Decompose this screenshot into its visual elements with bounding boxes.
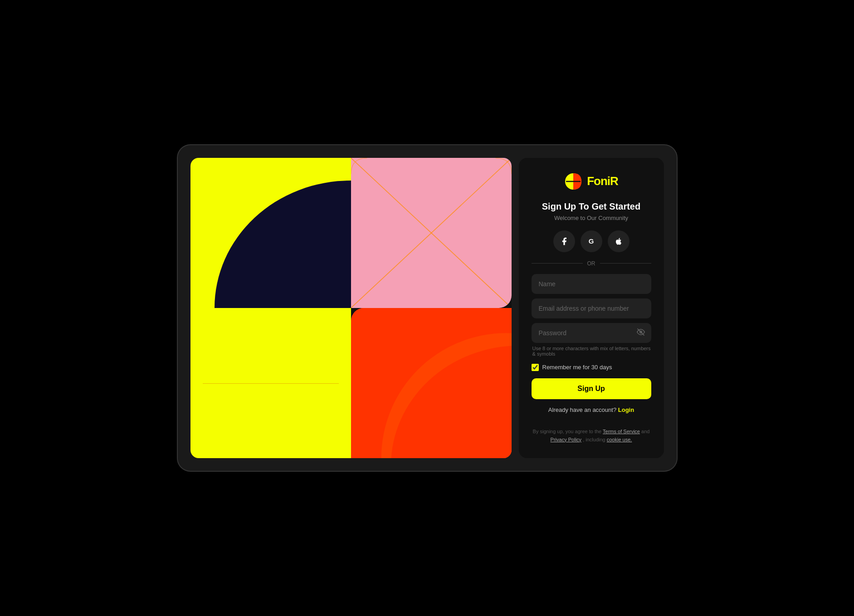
google-button[interactable]: G — [581, 230, 602, 252]
remember-me-label[interactable]: Remember me for 30 days — [542, 364, 612, 371]
divider-line-left — [532, 263, 583, 264]
password-input[interactable] — [532, 323, 651, 343]
or-divider: OR — [532, 260, 651, 267]
email-input[interactable] — [532, 298, 651, 318]
terms-text-2: and — [641, 429, 649, 434]
remember-me-row: Remember me for 30 days — [532, 364, 651, 371]
login-link[interactable]: Login — [618, 406, 634, 413]
signup-button[interactable]: Sign Up — [532, 378, 651, 399]
or-text: OR — [587, 260, 595, 267]
art-cell-bottom-right — [351, 308, 512, 458]
svg-rect-3 — [356, 308, 506, 458]
logo-text: FoniR — [587, 174, 618, 188]
social-buttons-row: G — [553, 230, 630, 252]
privacy-policy-link[interactable]: Privacy Policy — [551, 437, 581, 442]
login-prompt-text: Already have an account? — [548, 406, 616, 413]
password-hint: Use 8 or more characters with mix of let… — [532, 346, 651, 357]
terms-text-1: By signing up, you agree to the — [533, 429, 603, 434]
art-cell-top-left — [190, 158, 351, 308]
logo-area: FoniR — [564, 172, 618, 191]
google-icon-letter: G — [589, 237, 594, 245]
terms-of-service-link[interactable]: Terms of Service — [603, 429, 640, 434]
password-wrapper — [532, 323, 651, 343]
form-fields: Use 8 or more characters with mix of let… — [532, 274, 651, 358]
name-input[interactable] — [532, 274, 651, 294]
cookie-use-link[interactable]: cookie use. — [607, 437, 632, 442]
login-prompt-row: Already have an account? Login — [548, 406, 634, 413]
sign-up-panel: FoniR Sign Up To Get Started Welcome to … — [519, 158, 664, 458]
divider-line-right — [600, 263, 651, 264]
art-cell-top-right — [351, 158, 512, 308]
art-cell-bottom-left — [190, 308, 351, 458]
form-title: Sign Up To Get Started — [542, 201, 640, 212]
facebook-button[interactable] — [553, 230, 575, 252]
remember-me-checkbox[interactable] — [532, 364, 539, 371]
terms-text-3: , including — [583, 437, 607, 442]
apple-button[interactable] — [608, 230, 630, 252]
device-frame: FoniR Sign Up To Get Started Welcome to … — [178, 145, 677, 471]
art-panel — [190, 158, 512, 458]
terms-text: By signing up, you agree to the Terms of… — [532, 428, 651, 444]
form-subtitle: Welcome to Our Community — [554, 215, 628, 221]
fonik-logo-icon — [564, 172, 582, 191]
toggle-password-icon[interactable] — [637, 328, 645, 338]
